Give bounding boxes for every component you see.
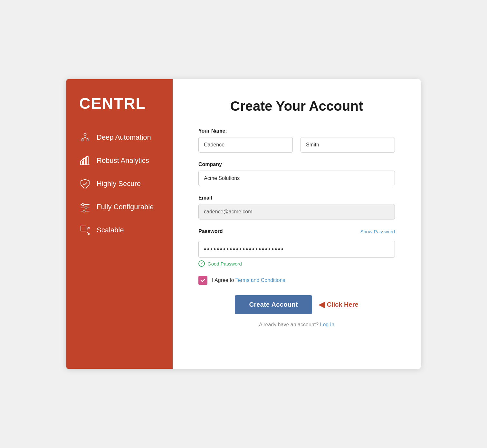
name-label: Your Name: bbox=[198, 128, 395, 134]
first-name-wrapper bbox=[198, 137, 293, 153]
last-name-input[interactable] bbox=[301, 137, 395, 153]
email-label: Email bbox=[198, 195, 395, 201]
sliders-icon bbox=[79, 201, 91, 213]
terms-text: I Agree to Terms and Conditions bbox=[212, 277, 285, 283]
bar-chart-icon bbox=[79, 155, 91, 166]
first-name-input[interactable] bbox=[198, 137, 293, 153]
company-label: Company bbox=[198, 162, 395, 167]
password-label: Password bbox=[198, 229, 223, 234]
sidebar-item-robust-analytics: Robust Analytics bbox=[79, 155, 160, 166]
terms-link[interactable]: Terms and Conditions bbox=[235, 277, 285, 283]
sidebar-item-deep-automation: Deep Automation bbox=[79, 132, 160, 143]
fully-configurable-label: Fully Configurable bbox=[97, 203, 154, 211]
last-name-wrapper bbox=[301, 137, 395, 153]
good-password-icon: ✓ bbox=[198, 260, 205, 267]
expand-box-icon bbox=[79, 224, 91, 236]
click-here-label: Click Here bbox=[327, 301, 358, 308]
logo: CENTRL bbox=[79, 95, 160, 112]
name-row bbox=[198, 137, 395, 153]
email-input[interactable] bbox=[198, 204, 395, 219]
company-input[interactable] bbox=[198, 171, 395, 186]
sidebar-item-fully-configurable: Fully Configurable bbox=[79, 201, 160, 213]
page-title: Create Your Account bbox=[198, 98, 395, 114]
svg-point-0 bbox=[84, 133, 86, 135]
password-group: Password Show Password ✓ Good Password bbox=[198, 229, 395, 267]
features-list: Deep Automation Robust Analytics bbox=[79, 132, 160, 236]
email-group: Email bbox=[198, 195, 395, 219]
app-container: CENTRL Deep Automation bbox=[66, 79, 421, 369]
svg-point-15 bbox=[83, 210, 85, 212]
registration-form: Your Name: Company Email bbox=[198, 128, 395, 328]
deep-automation-label: Deep Automation bbox=[97, 133, 151, 142]
arrow-icon: ◀ bbox=[319, 300, 325, 310]
scalable-label: Scalable bbox=[97, 226, 124, 234]
already-account-text: Already have an account? bbox=[259, 322, 319, 327]
sidebar-item-highly-secure: Highly Secure bbox=[79, 178, 160, 190]
highly-secure-label: Highly Secure bbox=[97, 180, 141, 188]
show-password-link[interactable]: Show Password bbox=[360, 229, 395, 234]
svg-rect-7 bbox=[83, 158, 85, 165]
svg-rect-8 bbox=[86, 156, 88, 165]
login-link[interactable]: Log In bbox=[320, 322, 334, 327]
good-password-text: Good Password bbox=[207, 261, 242, 266]
login-row: Already have an account? Log In bbox=[198, 322, 395, 328]
sidebar: CENTRL Deep Automation bbox=[66, 79, 173, 369]
main-content: Create Your Account Your Name: Company bbox=[173, 79, 421, 369]
company-group: Company bbox=[198, 162, 395, 186]
password-header: Password Show Password bbox=[198, 229, 395, 234]
robust-analytics-label: Robust Analytics bbox=[97, 156, 149, 165]
click-here-annotation: ◀ Click Here bbox=[319, 300, 358, 310]
gear-hierarchy-icon bbox=[79, 132, 91, 143]
password-input[interactable] bbox=[198, 241, 395, 258]
svg-line-4 bbox=[82, 137, 85, 139]
terms-row: I Agree to Terms and Conditions bbox=[198, 276, 395, 285]
svg-rect-16 bbox=[81, 226, 86, 231]
svg-point-13 bbox=[82, 204, 84, 206]
svg-point-1 bbox=[81, 139, 83, 141]
shield-check-icon bbox=[79, 178, 91, 190]
svg-point-14 bbox=[85, 207, 87, 209]
create-account-button[interactable]: Create Account bbox=[235, 295, 312, 314]
svg-line-5 bbox=[85, 137, 88, 139]
button-row: Create Account ◀ Click Here bbox=[198, 295, 395, 314]
sidebar-item-scalable: Scalable bbox=[79, 224, 160, 236]
svg-point-2 bbox=[87, 139, 89, 141]
good-password-indicator: ✓ Good Password bbox=[198, 260, 395, 267]
terms-checkbox[interactable] bbox=[198, 276, 207, 285]
